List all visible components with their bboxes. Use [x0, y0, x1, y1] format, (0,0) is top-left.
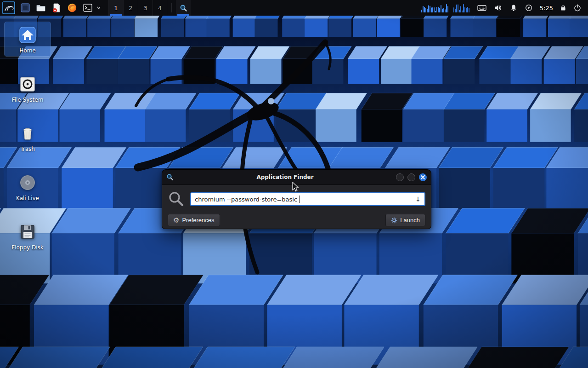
home-icon [17, 25, 38, 45]
mouse-cursor [292, 182, 301, 192]
terminal-dropdown-button[interactable] [96, 0, 102, 16]
desktop-icon-label: Home [19, 47, 35, 54]
trash-icon [17, 123, 38, 144]
desktop-icon-label: Floppy Disk [11, 244, 44, 251]
volume-icon[interactable] [494, 4, 502, 12]
keyboard-indicator-icon[interactable] [477, 4, 486, 12]
panel-clock[interactable]: 5:25 [540, 0, 553, 16]
chevron-down-icon [96, 6, 101, 10]
status-compass-icon[interactable] [525, 4, 532, 12]
document-icon [51, 3, 62, 13]
lock-screen-button[interactable] [560, 0, 567, 16]
launcher-firefox[interactable] [64, 0, 80, 16]
window-controls [396, 173, 427, 181]
power-icon [574, 4, 581, 12]
applications-menu-button[interactable] [0, 0, 17, 16]
floppy-disk-icon [17, 222, 38, 242]
panel-separator [171, 3, 172, 12]
preferences-button-label: Preferences [182, 217, 214, 224]
workspace-3[interactable]: 3 [138, 0, 153, 16]
terminal-icon [83, 3, 93, 13]
text-caret [300, 196, 300, 203]
kali-live-icon [17, 172, 38, 193]
desktop-icon-trash[interactable]: Trash [5, 121, 51, 155]
launch-button[interactable]: Launch [385, 214, 425, 226]
launch-icon [391, 217, 397, 224]
launch-button-label: Launch [400, 217, 420, 224]
lock-icon [560, 4, 567, 12]
maximize-button[interactable] [407, 173, 415, 181]
panel-spacer [191, 0, 421, 16]
desktop-icon-label: File System [12, 97, 44, 103]
workspace-switcher: 1 2 3 4 [108, 0, 167, 16]
tasklist-application-finder[interactable] [176, 0, 191, 16]
spectrum-graph-icon [421, 3, 450, 13]
close-button[interactable] [419, 173, 427, 181]
folder-icon [36, 3, 46, 13]
search-entry-text: chromium --password-store=basic [195, 196, 299, 203]
workspace-1[interactable]: 1 [108, 0, 123, 16]
search-icon [168, 190, 185, 208]
launcher-dashboard[interactable] [17, 0, 33, 16]
window-title: Application Finder [181, 174, 390, 180]
desktop-icon-label: Trash [20, 146, 35, 152]
firefox-icon [67, 3, 77, 13]
screen: Home File System Trash [0, 0, 588, 368]
magnifier-icon [180, 4, 187, 12]
top-panel: 1 2 3 4 [0, 0, 588, 16]
preferences-button[interactable]: ⚙ Preferences [168, 214, 220, 226]
notifications-bell-icon[interactable] [510, 4, 517, 12]
activity-graph-icon [453, 3, 471, 13]
system-tray [477, 0, 532, 16]
combo-dropdown-icon[interactable]: ↓ [415, 196, 421, 202]
launcher-file-manager[interactable] [33, 0, 49, 16]
desktop-icon-label: Kali Live [16, 195, 39, 201]
file-system-icon [17, 74, 38, 94]
desktop-icon-kali-live[interactable]: Kali Live [5, 170, 51, 204]
desktop-icon-home[interactable]: Home [5, 22, 51, 56]
launcher-text-editor[interactable] [49, 0, 64, 16]
desktop-icon-file-system[interactable]: File System [5, 71, 51, 105]
close-icon [421, 175, 425, 179]
search-entry[interactable]: chromium --password-store=basic ↓ [190, 192, 425, 206]
workspace-2[interactable]: 2 [123, 0, 138, 16]
minimize-button[interactable] [396, 173, 404, 181]
logout-button[interactable] [574, 0, 581, 16]
desktop-icon-floppy-disk[interactable]: Floppy Disk [5, 219, 51, 253]
gear-icon: ⚙ [173, 217, 179, 224]
application-finder-icon [166, 173, 174, 181]
application-finder-window: Application Finder [162, 169, 431, 229]
system-monitor-graphs[interactable] [421, 0, 471, 16]
workspace-4[interactable]: 4 [153, 0, 167, 16]
window-icon [20, 3, 30, 13]
launcher-terminal[interactable] [80, 0, 96, 16]
kali-logo-icon [2, 1, 15, 14]
